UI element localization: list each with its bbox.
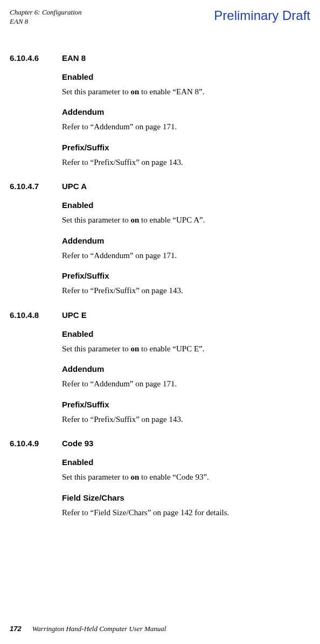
- subsection-heading: Enabled: [62, 329, 310, 338]
- subsection-heading: Enabled: [62, 72, 310, 81]
- subsection-heading: Enabled: [62, 458, 310, 467]
- subsection-heading: Prefix/Suffix: [62, 271, 310, 280]
- section-number: 6.10.4.8: [10, 310, 62, 320]
- subsection-heading: Addendum: [62, 236, 310, 245]
- subsection-body: Set this parameter to on to enable “Code…: [62, 471, 310, 483]
- subsection-body: Refer to “Addendum” on page 171.: [62, 378, 310, 390]
- section-title: EAN 8: [62, 53, 310, 63]
- page-number: 172: [10, 625, 22, 633]
- section-title: UPC A: [62, 182, 310, 191]
- section-heading: 6.10.4.8 UPC E: [10, 310, 310, 320]
- section-heading: 6.10.4.6 EAN 8: [10, 53, 310, 63]
- section-ean8: 6.10.4.6 EAN 8 Enabled Set this paramete…: [10, 53, 310, 169]
- subsection-body: Refer to “Addendum” on page 171.: [62, 250, 310, 262]
- subsection-body: Refer to “Prefix/Suffix” on page 143.: [62, 413, 310, 426]
- subsection-heading: Enabled: [62, 200, 310, 210]
- subsection: Enabled Set this parameter to on to enab…: [62, 200, 310, 226]
- subsection-heading: Prefix/Suffix: [62, 400, 310, 409]
- subsection-heading: Addendum: [62, 107, 310, 116]
- section-heading: 6.10.4.7 UPC A: [10, 182, 310, 191]
- subsection-body: Refer to “Prefix/Suffix” on page 143.: [62, 156, 310, 169]
- section-number: 6.10.4.7: [10, 182, 62, 191]
- section-title: UPC E: [62, 310, 310, 320]
- subsection: Prefix/Suffix Refer to “Prefix/Suffix” o…: [62, 400, 310, 426]
- subsection: Addendum Refer to “Addendum” on page 171…: [62, 107, 310, 133]
- subsection: Addendum Refer to “Addendum” on page 171…: [62, 364, 310, 390]
- subsection: Enabled Set this parameter to on to enab…: [62, 329, 310, 355]
- subsection-body: Refer to “Addendum” on page 171.: [62, 121, 310, 133]
- page-footer: 172 Warrington Hand-Held Computer User M…: [10, 625, 166, 633]
- subsection-heading: Prefix/Suffix: [62, 143, 310, 152]
- subsection: Enabled Set this parameter to on to enab…: [62, 72, 310, 98]
- subsection-body: Set this parameter to on to enable “UPC …: [62, 343, 310, 355]
- section-upca: 6.10.4.7 UPC A Enabled Set this paramete…: [10, 182, 310, 297]
- subsection-body: Set this parameter to on to enable “EAN …: [62, 86, 310, 98]
- header-left: Chapter 6: Configuration EAN 8: [10, 8, 82, 26]
- section-title: Code 93: [62, 439, 310, 448]
- subsection-body: Set this parameter to on to enable “UPC …: [62, 214, 310, 226]
- section-upce: 6.10.4.8 UPC E Enabled Set this paramete…: [10, 310, 310, 426]
- subsection-heading: Addendum: [62, 364, 310, 373]
- section-number: 6.10.4.9: [10, 439, 62, 448]
- subsection-heading: Field Size/Chars: [62, 493, 310, 502]
- subsection: Field Size/Chars Refer to “Field Size/Ch…: [62, 493, 310, 519]
- subsection: Prefix/Suffix Refer to “Prefix/Suffix” o…: [62, 271, 310, 297]
- chapter-label: Chapter 6: Configuration: [10, 8, 82, 17]
- section-heading: 6.10.4.9 Code 93: [10, 439, 310, 448]
- watermark-text: Preliminary Draft: [214, 8, 310, 23]
- section-number: 6.10.4.6: [10, 53, 62, 63]
- subsection: Enabled Set this parameter to on to enab…: [62, 458, 310, 483]
- page-content: 6.10.4.6 EAN 8 Enabled Set this paramete…: [10, 53, 310, 519]
- subsection: Addendum Refer to “Addendum” on page 171…: [62, 236, 310, 262]
- section-code93: 6.10.4.9 Code 93 Enabled Set this parame…: [10, 439, 310, 518]
- subsection-body: Refer to “Prefix/Suffix” on page 143.: [62, 285, 310, 297]
- page-header: Chapter 6: Configuration EAN 8 Prelimina…: [10, 8, 310, 26]
- subsection-body: Refer to “Field Size/Chars” on page 142 …: [62, 507, 310, 519]
- topic-label: EAN 8: [10, 17, 82, 26]
- subsection: Prefix/Suffix Refer to “Prefix/Suffix” o…: [62, 143, 310, 169]
- footer-text: Warrington Hand-Held Computer User Manua…: [32, 625, 166, 633]
